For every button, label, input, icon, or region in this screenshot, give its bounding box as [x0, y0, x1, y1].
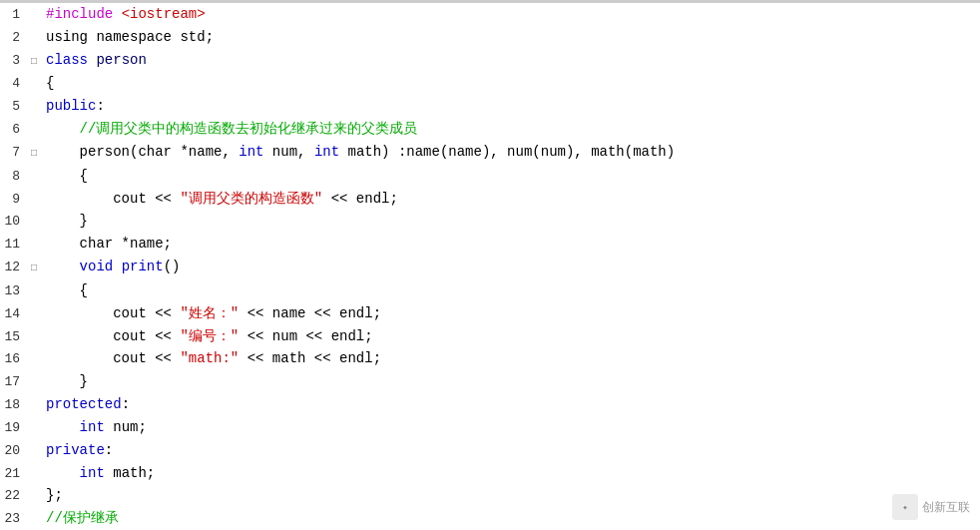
line-number: 22: [0, 485, 28, 507]
line-number: 21: [0, 463, 28, 485]
code-content: person(char *name, int num, int math) :n…: [40, 141, 980, 163]
token: <iostream>: [122, 6, 206, 22]
code-lines: 1#include <iostream>2using namespace std…: [0, 0, 980, 530]
token: }: [46, 373, 88, 389]
code-line: 17 }: [0, 370, 980, 393]
token: [46, 419, 80, 435]
watermark-icon-text: ✦: [902, 502, 907, 513]
token: << num << endl;: [239, 328, 372, 344]
code-content: cout << "编号：" << num << endl;: [40, 325, 980, 347]
code-editor: 1#include <iostream>2using namespace std…: [0, 0, 980, 530]
token: << name << endl;: [239, 305, 381, 321]
code-line: 8 {: [0, 165, 980, 188]
token: person(char *name,: [46, 144, 239, 160]
line-number: 1: [0, 4, 28, 26]
token: int: [80, 419, 105, 435]
code-content: {: [40, 72, 980, 94]
code-content: int math;: [40, 462, 980, 484]
line-number: 17: [0, 371, 28, 393]
code-content: //调用父类中的构造函数去初始化继承过来的父类成员: [40, 118, 980, 140]
token: {: [46, 168, 88, 184]
line-number: 6: [0, 119, 28, 141]
token: math) :name(name), num(num), math(math): [339, 144, 675, 160]
line-number: 3: [0, 50, 28, 72]
code-line: 20private:: [0, 439, 980, 462]
code-content: int num;: [40, 416, 980, 438]
code-line: 19 int num;: [0, 416, 980, 439]
token: [113, 259, 121, 274]
line-number: 14: [0, 303, 28, 325]
watermark: ✦ 创新互联: [892, 494, 970, 520]
fold-gutter[interactable]: □: [28, 257, 40, 279]
line-number: 23: [0, 508, 28, 530]
code-content: cout << "math:" << math << endl;: [40, 347, 980, 369]
code-line: 2using namespace std;: [0, 26, 980, 49]
token: "姓名：": [180, 305, 239, 321]
code-line: 22};: [0, 484, 980, 507]
code-line: 12□ void print(): [0, 256, 980, 279]
token: {: [46, 282, 88, 298]
token: "编号：": [180, 328, 239, 344]
token: class: [46, 52, 96, 68]
fold-icon[interactable]: □: [31, 56, 37, 67]
fold-gutter[interactable]: □: [28, 50, 40, 73]
token: num;: [105, 419, 147, 435]
line-number: 11: [0, 234, 28, 256]
fold-icon[interactable]: □: [31, 148, 37, 159]
token: void: [80, 259, 114, 274]
token: print: [122, 259, 164, 274]
line-number: 8: [0, 166, 28, 188]
code-line: 13 {: [0, 279, 980, 302]
token: //保护继承: [46, 510, 119, 526]
token: num,: [263, 144, 313, 160]
code-content: cout << "调用父类的构造函数" << endl;: [40, 188, 980, 210]
token: cout <<: [46, 191, 180, 207]
code-line: 18protected:: [0, 393, 980, 416]
code-line: 9 cout << "调用父类的构造函数" << endl;: [0, 188, 980, 211]
token: cout <<: [46, 328, 180, 344]
line-number: 2: [0, 27, 28, 49]
code-line: 6 //调用父类中的构造函数去初始化继承过来的父类成员: [0, 118, 980, 141]
token: public: [46, 98, 96, 114]
token: };: [46, 487, 63, 503]
fold-icon[interactable]: □: [31, 263, 37, 273]
token: int: [239, 144, 263, 160]
code-content: private:: [40, 439, 980, 461]
line-number: 10: [0, 211, 28, 233]
code-content: char *name;: [40, 233, 980, 255]
watermark-logo: ✦: [892, 494, 918, 520]
fold-gutter[interactable]: □: [28, 142, 40, 165]
line-number: 12: [0, 257, 28, 278]
line-number: 20: [0, 440, 28, 462]
code-line: 4{: [0, 72, 980, 95]
token: int: [80, 465, 105, 481]
code-content: public:: [40, 95, 980, 117]
token: cout <<: [46, 305, 180, 321]
token: char *name;: [46, 236, 172, 252]
code-line: 1#include <iostream>: [0, 3, 980, 26]
watermark-text: 创新互联: [922, 499, 970, 516]
token: math;: [105, 465, 155, 481]
token: #include: [46, 6, 122, 22]
line-number: 4: [0, 73, 28, 95]
token: :: [122, 396, 130, 412]
code-line: 15 cout << "编号：" << num << endl;: [0, 325, 980, 348]
token: << math << endl;: [239, 350, 381, 366]
token: }: [46, 213, 88, 229]
code-content: {: [40, 165, 980, 187]
code-line: 5public:: [0, 95, 980, 118]
token: cout <<: [46, 350, 180, 366]
token: protected: [46, 396, 122, 412]
code-line: 14 cout << "姓名：" << name << endl;: [0, 302, 980, 325]
code-content: class person: [40, 49, 980, 71]
line-number: 13: [0, 280, 28, 302]
code-line: 23//保护继承: [0, 507, 980, 530]
token: "math:": [180, 350, 239, 366]
token: {: [46, 75, 54, 91]
code-line: 10 }: [0, 210, 980, 233]
token: << endl;: [322, 191, 398, 207]
code-content: cout << "姓名：" << name << endl;: [40, 302, 980, 324]
code-content: {: [40, 279, 980, 301]
code-line: 16 cout << "math:" << math << endl;: [0, 347, 980, 370]
token: using namespace std;: [46, 29, 214, 45]
